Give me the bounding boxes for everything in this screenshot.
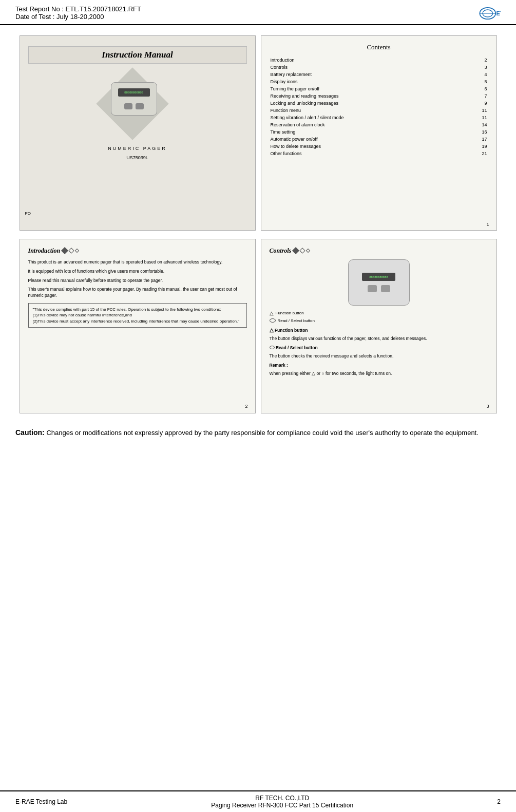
contents-row: Locking and unlocking messages9	[270, 100, 488, 107]
contents-title: Contents	[270, 43, 488, 51]
pager-btn-2	[136, 103, 144, 109]
contents-row: Receiving and reading messages7	[270, 92, 488, 100]
contents-item-label: Controls	[270, 64, 434, 71]
cover-title: Instruction Manual	[102, 50, 173, 60]
contents-item-page: 14	[433, 121, 488, 128]
contents-item-page: 7	[433, 92, 488, 100]
cover-page: Instruction Manual 88888888888 NUMERIC P…	[20, 35, 256, 231]
fcc-text: "This device complies with part 15 of th…	[33, 307, 240, 323]
controls-page: Controls 88888888888 △ Function button	[261, 239, 497, 413]
date-of-test: Date of Test : July 18-20,2000	[15, 13, 141, 21]
intro-para-2: It is equipped with lots of functions wh…	[28, 269, 247, 275]
contents-row: Display icons5	[270, 78, 488, 85]
cover-graphic: 88888888888	[97, 73, 179, 135]
legend-function-label: Function button	[276, 310, 304, 316]
controls-diamond-3	[306, 249, 310, 253]
contents-row: Automatic power on/off17	[270, 136, 488, 143]
controls-page-number: 3	[486, 403, 489, 410]
footer-page-num: 2	[497, 798, 501, 805]
controls-diamond-1	[292, 247, 299, 254]
func-btn-title: △ Function button	[270, 327, 488, 334]
page-footer: E-RAE Testing Lab RF TECH. CO.,LTD Pagin…	[0, 790, 516, 812]
controls-pager-diagram: 88888888888	[348, 259, 410, 306]
contents-table: Introduction2Controls3Battery replacemen…	[270, 56, 488, 157]
legend-tri-icon: △	[270, 310, 274, 317]
readselect-desc: The button checks the received message a…	[270, 353, 488, 360]
intro-page-number: 2	[245, 403, 247, 410]
controls-diamond-2	[300, 248, 305, 254]
controls-btn-2	[381, 285, 390, 292]
pager-on-envelope: 88888888888	[111, 82, 157, 116]
diamond-icon-1	[61, 247, 68, 254]
intro-title-text: Introduction	[28, 247, 61, 255]
contents-row: Function menu11	[270, 107, 488, 114]
footer-certification: Paging Receiver RFN-300 FCC Part 15 Cert…	[211, 802, 353, 809]
svg-text:ETL: ETL	[496, 10, 501, 16]
legend-readselect: Read / Select button	[270, 318, 488, 324]
contents-item-label: Locking and unlocking messages	[270, 100, 434, 107]
legend-readselect-label: Read / Select button	[278, 318, 315, 324]
function-btn-section: △ Function button The button displays va…	[270, 327, 488, 342]
contents-item-page: 19	[433, 143, 488, 150]
top-pages-row: Instruction Manual 88888888888 NUMERIC P…	[15, 35, 501, 231]
contents-item-page: 21	[433, 150, 488, 157]
contents-item-page: 9	[433, 100, 488, 107]
contents-item-label: Receiving and reading messages	[270, 92, 434, 100]
controls-title-text: Controls	[270, 247, 292, 255]
contents-row: How to delete messages19	[270, 143, 488, 150]
legend-oval-icon	[270, 318, 276, 323]
pager-btn-1	[124, 103, 132, 109]
etl-logo: ETL	[479, 5, 501, 22]
caution-text: Changes or modifications not expressly a…	[45, 429, 479, 437]
contents-item-label: Display icons	[270, 78, 434, 85]
contents-page-number: 1	[486, 222, 489, 227]
cover-title-area: Instruction Manual	[28, 46, 247, 64]
contents-item-label: Introduction	[270, 56, 434, 64]
contents-row: Setting vibration / alert / silent mode1…	[270, 114, 488, 121]
contents-item-label: Reservation of alarm clock	[270, 121, 434, 128]
contents-item-label: Time setting	[270, 128, 434, 136]
contents-row: Turning the pager on/off6	[270, 85, 488, 92]
contents-item-label: Function menu	[270, 107, 434, 114]
controls-btns	[368, 285, 390, 292]
contents-item-label: Battery replacement	[270, 71, 434, 78]
contents-item-page: 6	[433, 85, 488, 92]
diamond-icon-3	[75, 249, 79, 253]
contents-item-page: 3	[433, 64, 488, 71]
po-label: PO	[25, 211, 31, 216]
contents-item-page: 16	[433, 128, 488, 136]
controls-btn-1	[368, 285, 377, 292]
diamond-icon-2	[69, 248, 74, 254]
remark-desc: When pressing either △ or ○ for two seco…	[270, 371, 488, 377]
controls-screen: 88888888888	[362, 273, 395, 281]
fcc-compliance-box: "This device complies with part 15 of th…	[28, 303, 247, 328]
intro-para-1: This product is an advanced numeric page…	[28, 259, 247, 266]
contents-row: Battery replacement4	[270, 71, 488, 78]
cover-model: NUMERIC PAGER	[108, 146, 166, 151]
page-header: Test Report No : ETL.T15.200718021.RFT D…	[0, 0, 516, 25]
contents-row: Introduction2	[270, 56, 488, 64]
contents-item-label: How to delete messages	[270, 143, 434, 150]
contents-row: Reservation of alarm clock14	[270, 121, 488, 128]
pager-screen: 88888888888	[118, 88, 150, 97]
contents-item-label: Automatic power on/off	[270, 136, 434, 143]
contents-item-page: 5	[433, 78, 488, 85]
remark-title: Remark :	[270, 363, 488, 369]
bottom-pages-row: Introduction This product is an advanced…	[15, 239, 501, 413]
footer-center: RF TECH. CO.,LTD Paging Receiver RFN-300…	[211, 795, 353, 809]
remark-section: Remark : When pressing either △ or ○ for…	[270, 363, 488, 377]
contents-row: Controls3	[270, 64, 488, 71]
caution-section: Caution: Changes or modifications not ex…	[15, 422, 501, 444]
pager-buttons	[124, 103, 144, 109]
contents-item-page: 17	[433, 136, 488, 143]
report-no: Test Report No : ETL.T15.200718021.RFT	[15, 5, 141, 13]
contents-page: Contents Introduction2Controls3Battery r…	[261, 35, 497, 231]
intro-para-3: Please read this manual carefully before…	[28, 278, 247, 284]
contents-item-page: 4	[433, 71, 488, 78]
contents-item-page: 11	[433, 107, 488, 114]
main-content: Instruction Manual 88888888888 NUMERIC P…	[0, 25, 516, 790]
contents-row: Other functions21	[270, 150, 488, 157]
contents-row: Time setting16	[270, 128, 488, 136]
readselect-btn-section: Read / Select button The button checks t…	[270, 345, 488, 360]
intro-para-4: This user's manual explains how to opera…	[28, 287, 247, 299]
